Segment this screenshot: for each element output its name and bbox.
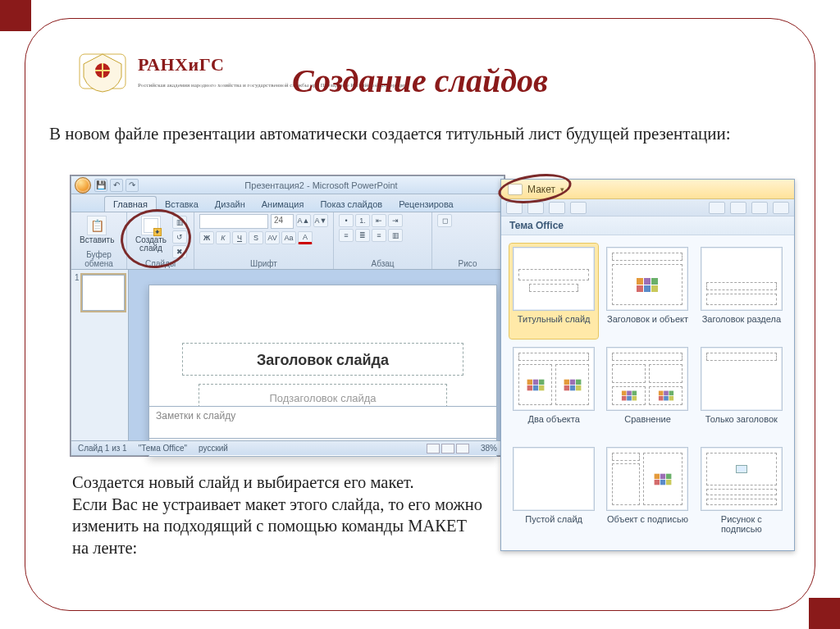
mini-btn-3[interactable] bbox=[549, 202, 565, 214]
layout-item-title-content[interactable]: Заголовок и объект bbox=[603, 244, 692, 339]
layout-item-title-slide[interactable]: Титульный слайд bbox=[509, 244, 598, 339]
new-slide-label: Создать слайд bbox=[135, 236, 167, 253]
group-slides-label: Слайды bbox=[132, 258, 189, 268]
clipboard-icon: 📋 bbox=[87, 216, 107, 235]
layout-item-content-caption[interactable]: Объект с подписью bbox=[603, 444, 692, 539]
layout-caption: Сравнение bbox=[624, 414, 671, 435]
indent-dec-icon[interactable]: ⇤ bbox=[372, 214, 386, 227]
new-slide-button[interactable]: ✦ Создать слайд bbox=[132, 214, 170, 254]
layout-caption: Заголовок и объект bbox=[607, 314, 688, 335]
delete-mini-icon[interactable]: ✖ bbox=[172, 245, 187, 258]
tab-design[interactable]: Дизайн bbox=[207, 197, 253, 212]
status-bar: Слайд 1 из 1 "Тема Office" русский 38% bbox=[71, 440, 504, 455]
layout-mini-icon[interactable]: ▥ bbox=[172, 216, 187, 229]
chevron-down-icon: ▾ bbox=[560, 185, 564, 194]
mini-btn-6[interactable] bbox=[730, 202, 746, 214]
mini-btn-4[interactable] bbox=[570, 202, 587, 214]
layout-caption: Заголовок раздела bbox=[702, 314, 781, 335]
tab-slideshow[interactable]: Показ слайдов bbox=[312, 197, 390, 212]
corner-decor-bottom-right bbox=[809, 598, 840, 629]
tab-review[interactable]: Рецензирова bbox=[390, 197, 462, 212]
indent-inc-icon[interactable]: ⇥ bbox=[388, 214, 403, 227]
layout-dropdown-button[interactable]: Макет ▾ bbox=[501, 180, 794, 199]
font-color-icon[interactable]: A bbox=[298, 231, 313, 244]
shadow-icon[interactable]: AV bbox=[265, 231, 280, 244]
numbering-icon[interactable]: 1. bbox=[355, 214, 370, 227]
tab-home[interactable]: Главная bbox=[104, 196, 157, 212]
font-family-combo[interactable] bbox=[199, 214, 268, 229]
slide-thumbnail-panel: 1 bbox=[71, 270, 129, 440]
columns-icon[interactable]: ▥ bbox=[388, 229, 403, 242]
ribbon-tabs: Главная Вставка Дизайн Анимация Показ сл… bbox=[71, 194, 504, 212]
thumb-number: 1 bbox=[75, 273, 80, 311]
layout-item-title-only[interactable]: Только заголовок bbox=[697, 344, 786, 439]
bullets-icon[interactable]: • bbox=[339, 214, 354, 227]
group-paragraph-label: Абзац bbox=[339, 258, 427, 268]
slide-thumbnail[interactable] bbox=[82, 275, 125, 311]
normal-view-icon[interactable] bbox=[427, 444, 440, 454]
layout-caption: Рисунок с подписью bbox=[701, 514, 783, 536]
layout-caption: Титульный слайд bbox=[518, 314, 591, 335]
title-placeholder[interactable]: Заголовок слайда bbox=[182, 343, 463, 376]
shapes-icon[interactable]: ◻ bbox=[437, 214, 452, 227]
qat-undo-icon[interactable]: ↶ bbox=[110, 179, 123, 192]
mini-btn-1[interactable] bbox=[506, 202, 523, 214]
new-slide-icon: ✦ bbox=[141, 216, 161, 235]
tab-animation[interactable]: Анимация bbox=[253, 197, 313, 212]
sorter-view-icon[interactable] bbox=[441, 444, 454, 454]
layout-theme-header: Тема Office bbox=[501, 217, 794, 235]
layout-icon bbox=[508, 184, 523, 195]
layout-toolbar bbox=[501, 199, 794, 217]
layout-caption: Пустой слайд bbox=[525, 514, 582, 536]
shrink-font-icon[interactable]: A▼ bbox=[313, 214, 328, 227]
status-theme: "Тема Office" bbox=[139, 444, 187, 453]
align-right-icon[interactable]: ≡ bbox=[372, 229, 386, 242]
grow-font-icon[interactable]: A▲ bbox=[296, 214, 311, 227]
mini-btn-2[interactable] bbox=[527, 202, 544, 214]
notes-pane[interactable]: Заметки к слайду bbox=[148, 406, 497, 439]
align-center-icon[interactable]: ≣ bbox=[355, 229, 370, 242]
ribbon: 📋 Вставить Буфер обмена ✦ Создат bbox=[71, 212, 504, 270]
underline-icon[interactable]: Ч bbox=[232, 231, 247, 244]
reset-mini-icon[interactable]: ↺ bbox=[172, 230, 187, 244]
bold-icon[interactable]: Ж bbox=[199, 231, 214, 244]
layout-item-two-content[interactable]: Два объекта bbox=[509, 344, 598, 439]
status-zoom: 38% bbox=[481, 444, 497, 453]
qat-save-icon[interactable]: 💾 bbox=[94, 179, 107, 192]
group-draw-label: Рисо bbox=[437, 258, 498, 268]
layout-item-blank[interactable]: Пустой слайд bbox=[509, 444, 598, 539]
layout-gallery: Макет ▾ Тема Office Титульный слайд bbox=[500, 179, 795, 551]
layout-caption: Два объекта bbox=[527, 414, 579, 435]
layout-button-label: Макет bbox=[527, 184, 555, 195]
layout-caption: Только заголовок bbox=[705, 414, 778, 435]
mini-btn-8[interactable] bbox=[773, 202, 789, 214]
font-size-combo[interactable]: 24 bbox=[271, 214, 294, 229]
layout-item-picture-caption[interactable]: Рисунок с подписью bbox=[697, 444, 786, 539]
layout-item-section-header[interactable]: Заголовок раздела bbox=[697, 244, 786, 339]
mini-btn-5[interactable] bbox=[709, 202, 725, 214]
page-title: Создание слайдов bbox=[0, 62, 840, 100]
paste-button[interactable]: 📋 Вставить bbox=[76, 214, 117, 246]
group-font-label: Шрифт bbox=[199, 258, 328, 268]
paragraph-commands: Создается новый слайд и выбирается его м… bbox=[72, 472, 482, 559]
status-language: русский bbox=[199, 444, 228, 453]
group-clipboard-label: Буфер обмена bbox=[76, 249, 121, 268]
layout-caption: Объект с подписью bbox=[607, 514, 688, 536]
status-slide-count: Слайд 1 из 1 bbox=[78, 444, 127, 453]
office-orb-button[interactable] bbox=[75, 177, 91, 194]
italic-icon[interactable]: К bbox=[216, 231, 231, 244]
caps-icon[interactable]: Aa bbox=[281, 231, 296, 244]
qat-redo-icon[interactable]: ↷ bbox=[126, 179, 139, 192]
slide-root: РАНХиГС Российская академия народного хо… bbox=[0, 0, 840, 629]
slideshow-view-icon[interactable] bbox=[456, 444, 469, 454]
layout-item-comparison[interactable]: Сравнение bbox=[603, 344, 692, 439]
tab-insert[interactable]: Вставка bbox=[157, 197, 207, 212]
mini-btn-7[interactable] bbox=[751, 202, 768, 214]
lead-paragraph: В новом файле презентации автоматически … bbox=[49, 123, 791, 145]
powerpoint-window: 💾 ↶ ↷ Презентация2 - Microsoft PowerPoin… bbox=[71, 175, 504, 456]
align-left-icon[interactable]: ≡ bbox=[339, 229, 354, 242]
corner-decor-top-left bbox=[0, 0, 31, 31]
paste-label: Вставить bbox=[80, 236, 114, 244]
strike-icon[interactable]: S bbox=[249, 231, 263, 244]
window-title: Презентация2 - Microsoft PowerPoint bbox=[142, 180, 500, 190]
